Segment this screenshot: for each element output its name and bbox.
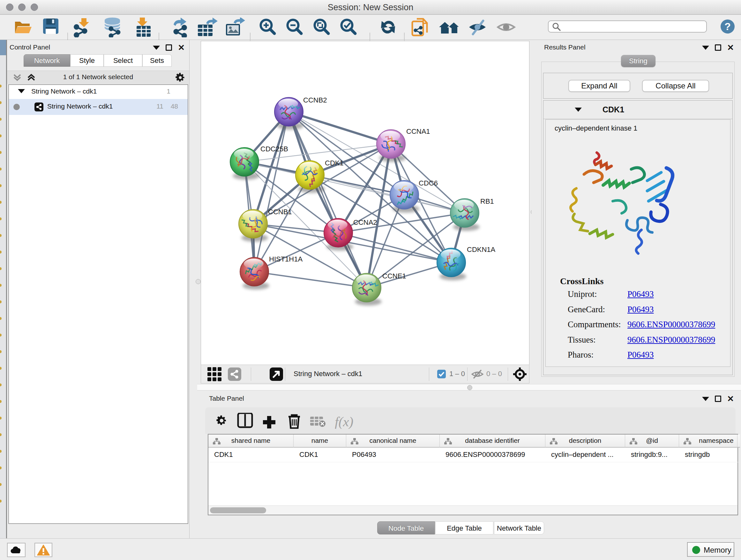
svg-text:CCNA1: CCNA1 [406, 127, 430, 135]
svg-text:HIST1H1A: HIST1H1A [269, 255, 302, 263]
svg-text:CCNB1: CCNB1 [268, 208, 292, 216]
svg-text:CCNA2: CCNA2 [353, 219, 377, 226]
svg-text:CCNB2: CCNB2 [303, 96, 327, 104]
svg-text:f(x): f(x) [335, 415, 353, 429]
svg-text:CDC6: CDC6 [419, 179, 438, 187]
svg-text:CCNE1: CCNE1 [382, 272, 406, 280]
svg-text:CDK1: CDK1 [325, 159, 344, 167]
svg-text:CDKN1A: CDKN1A [467, 246, 495, 253]
svg-text:RB1: RB1 [480, 197, 494, 205]
svg-text:CDC25B: CDC25B [260, 145, 288, 153]
